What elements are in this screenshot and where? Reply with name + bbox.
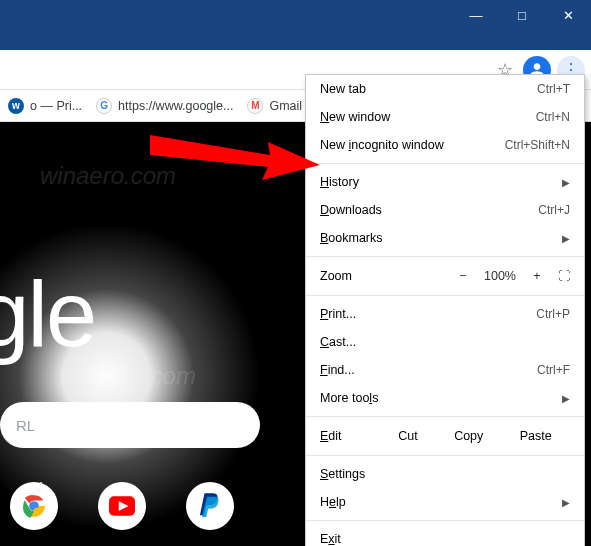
menu-separator <box>306 256 584 257</box>
menu-exit[interactable]: Exit <box>306 525 584 546</box>
menu-settings[interactable]: Settings <box>306 460 584 488</box>
fullscreen-icon[interactable]: ⛶ <box>558 269 570 283</box>
watermark: winaero.com <box>40 162 176 190</box>
shortcut-text: Ctrl+Shift+N <box>505 138 570 152</box>
shortcut-text: Ctrl+T <box>537 82 570 96</box>
bookmark-label: o — Pri... <box>30 99 82 113</box>
menu-new-window[interactable]: New window Ctrl+N <box>306 103 584 131</box>
window-titlebar: — □ ✕ <box>0 0 591 50</box>
menu-separator <box>306 295 584 296</box>
search-box[interactable]: RL <box>0 402 260 448</box>
chevron-right-icon: ▶ <box>562 393 570 404</box>
cut-button[interactable]: Cut <box>398 429 417 443</box>
bookmark-item[interactable]: w o — Pri... <box>8 98 82 114</box>
menu-cast[interactable]: Cast... <box>306 328 584 356</box>
shortcut-youtube[interactable] <box>98 482 146 530</box>
menu-help[interactable]: Help ▶ <box>306 488 584 516</box>
paste-button[interactable]: Paste <box>520 429 552 443</box>
shortcut-paypal[interactable] <box>186 482 234 530</box>
google-logo: oogle <box>0 262 95 367</box>
menu-edit-row: Edit Cut Copy Paste <box>306 421 584 451</box>
chevron-right-icon: ▶ <box>562 497 570 508</box>
maximize-button[interactable]: □ <box>499 0 545 30</box>
menu-separator <box>306 455 584 456</box>
search-placeholder: RL <box>16 417 35 434</box>
menu-separator <box>306 416 584 417</box>
chrome-menu: New tab Ctrl+T New window Ctrl+N New inc… <box>305 74 585 546</box>
ntp-shortcuts <box>10 482 234 530</box>
window-controls: — □ ✕ <box>453 0 591 30</box>
copy-button[interactable]: Copy <box>454 429 483 443</box>
paypal-icon <box>199 493 221 519</box>
google-icon: G <box>96 98 112 114</box>
menu-history[interactable]: History ▶ <box>306 168 584 196</box>
zoom-in-button[interactable]: + <box>530 269 544 283</box>
menu-zoom: Zoom − 100% + ⛶ <box>306 261 584 291</box>
edit-label: Edit <box>320 429 380 443</box>
zoom-value: 100% <box>484 269 516 283</box>
close-button[interactable]: ✕ <box>545 0 591 30</box>
chevron-right-icon: ▶ <box>562 177 570 188</box>
shortcut-chrome[interactable] <box>10 482 58 530</box>
menu-separator <box>306 520 584 521</box>
menu-bookmarks[interactable]: Bookmarks ▶ <box>306 224 584 252</box>
menu-new-incognito[interactable]: New incognito window Ctrl+Shift+N <box>306 131 584 159</box>
menu-downloads[interactable]: Downloads Ctrl+J <box>306 196 584 224</box>
zoom-out-button[interactable]: − <box>456 269 470 283</box>
gmail-icon: M <box>247 98 263 114</box>
shortcut-text: Ctrl+J <box>538 203 570 217</box>
menu-print[interactable]: Print... Ctrl+P <box>306 300 584 328</box>
bookmark-item[interactable]: M Gmail <box>247 98 302 114</box>
site-icon: w <box>8 98 24 114</box>
bookmark-label: Gmail <box>269 99 302 113</box>
chevron-right-icon: ▶ <box>562 233 570 244</box>
shortcut-text: Ctrl+F <box>537 363 570 377</box>
shortcut-text: Ctrl+P <box>536 307 570 321</box>
bookmark-label: https://www.google... <box>118 99 233 113</box>
chrome-icon <box>21 493 47 519</box>
zoom-label: Zoom <box>320 269 456 283</box>
menu-more-tools[interactable]: More tools ▶ <box>306 384 584 412</box>
shortcut-text: Ctrl+N <box>536 110 570 124</box>
menu-new-tab[interactable]: New tab Ctrl+T <box>306 75 584 103</box>
menu-separator <box>306 163 584 164</box>
minimize-button[interactable]: — <box>453 0 499 30</box>
youtube-icon <box>109 496 135 516</box>
menu-find[interactable]: Find... Ctrl+F <box>306 356 584 384</box>
bookmark-item[interactable]: G https://www.google... <box>96 98 233 114</box>
